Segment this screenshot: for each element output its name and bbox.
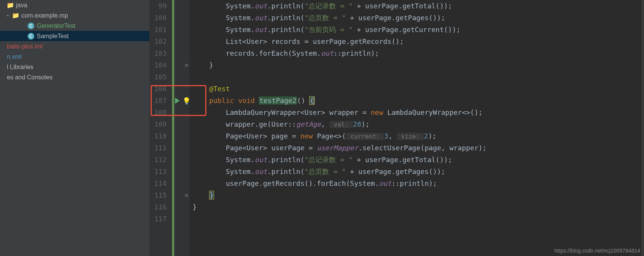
code-line[interactable]: List<User> records = userPage.getRecords… <box>193 35 644 47</box>
line-number[interactable]: 115 <box>150 189 172 201</box>
watermark: https://blog.csdn.net/vcj1009784814 <box>555 248 640 254</box>
code-token: () <box>297 97 310 105</box>
line-number[interactable]: 107 <box>150 95 172 106</box>
code-line[interactable]: System.out.println("总记录数 = " + userPage.… <box>193 0 644 12</box>
line-number-gutter: 9910010110210310410510610710810911011111… <box>150 0 172 256</box>
code-token: .selectUserPage(page, wrapper); <box>358 144 487 152</box>
fold-toggle-icon[interactable]: ⊟ <box>183 189 190 201</box>
code-token: + userPage.getPages()); <box>346 14 445 22</box>
code-token: "总页数 = " <box>305 167 346 175</box>
code-line[interactable]: System.out.println("当前页码 = " + userPage.… <box>193 24 644 35</box>
code-line[interactable]: System.out.println("总记录数 = " + userPage.… <box>193 154 644 166</box>
code-token: wrapper.ge(User <box>193 120 288 128</box>
tree-item-label: batis-plus.iml <box>7 43 42 50</box>
run-gutter[interactable] <box>172 0 183 256</box>
line-number[interactable]: 108 <box>150 106 172 118</box>
line-number[interactable]: 100 <box>150 12 172 24</box>
code-line[interactable]: System.out.println("总页数 = " + userPage.g… <box>193 166 644 177</box>
code-line[interactable]: Page<User> userPage = userMapper.selectU… <box>193 142 644 154</box>
code-token: testPage2 <box>259 97 297 105</box>
code-line[interactable]: } <box>193 59 644 71</box>
line-number[interactable]: 104 <box>150 59 172 71</box>
line-number[interactable]: 105 <box>150 71 172 83</box>
line-number[interactable]: 113 <box>150 166 172 177</box>
tree-item-l-libraries[interactable]: l Libraries <box>0 62 149 72</box>
code-token: new <box>300 132 317 140</box>
intention-bulb-icon[interactable]: 💡 <box>183 98 190 104</box>
line-number[interactable]: 109 <box>150 118 172 130</box>
code-token: System. <box>193 26 255 34</box>
tree-item-label: SampleTest <box>37 33 69 40</box>
code-line[interactable]: public void testPage2() { <box>193 95 644 106</box>
code-token: .println( <box>267 26 305 34</box>
code-token: LambdaQueryWrapper<User> wrapper = <box>193 108 371 116</box>
tree-item-generatortest[interactable]: CGeneratorTest <box>0 21 149 31</box>
code-token: out <box>255 14 268 22</box>
code-token: getAge <box>296 120 321 128</box>
line-number[interactable]: 112 <box>150 154 172 166</box>
code-token: 28 <box>353 120 361 128</box>
line-number[interactable]: 103 <box>150 47 172 59</box>
code-token: "总页数 = " <box>305 14 346 22</box>
line-number[interactable]: 99 <box>150 0 172 12</box>
line-number[interactable]: 116 <box>150 201 172 213</box>
code-token: ); <box>429 179 437 187</box>
code-line[interactable] <box>193 71 644 83</box>
line-number[interactable]: 114 <box>150 177 172 189</box>
code-token: + userPage.getPages()); <box>346 167 445 175</box>
code-line[interactable] <box>193 213 644 225</box>
tree-item-com-example-mp[interactable]: ▾📁com.example.mp <box>0 10 149 21</box>
line-number[interactable]: 110 <box>150 130 172 142</box>
tree-item-java[interactable]: 📁java <box>0 0 149 10</box>
code-token: .println( <box>267 2 305 10</box>
tree-item-n-xml[interactable]: n.xml <box>0 52 149 62</box>
code-line[interactable]: } <box>193 201 644 213</box>
code-token <box>314 97 315 105</box>
code-token: .println( <box>267 156 305 164</box>
code-token: val: <box>329 121 353 128</box>
line-number[interactable]: 117 <box>150 213 172 225</box>
line-number[interactable]: 111 <box>150 142 172 154</box>
line-number[interactable]: 106 <box>150 83 172 95</box>
fold-gutter[interactable]: ⊟⊟⊟💡 <box>183 0 190 256</box>
tree-item-es-and-consoles[interactable]: es and Consoles <box>0 72 149 82</box>
fold-toggle-icon[interactable]: ⊟ <box>183 59 190 71</box>
code-line[interactable]: LambdaQueryWrapper<User> wrapper = new L… <box>193 106 644 118</box>
code-token: Page<User> userPage = <box>193 144 317 152</box>
code-token: , <box>321 120 329 128</box>
code-line[interactable]: userPage.getRecords().forEach(System.out… <box>193 177 644 189</box>
project-tree[interactable]: 📁java▾📁com.example.mpCGeneratorTestCSamp… <box>0 0 150 256</box>
code-token: println <box>342 49 371 57</box>
code-token: :: <box>391 179 400 187</box>
code-token: .println( <box>267 14 305 22</box>
class-icon: C <box>28 33 34 40</box>
code-editor[interactable]: 9910010110210310410510610710810911011111… <box>150 0 644 256</box>
code-area[interactable]: System.out.println("总记录数 = " + userPage.… <box>190 0 644 256</box>
code-line[interactable]: wrapper.ge(User::getAge, val: 28); <box>193 118 644 130</box>
tree-item-sampletest[interactable]: CSampleTest <box>0 31 149 41</box>
line-number[interactable]: 102 <box>150 35 172 47</box>
code-token: { <box>309 96 314 105</box>
code-line[interactable]: } <box>193 189 644 201</box>
code-line[interactable]: records.forEach(System.out::println); <box>193 47 644 59</box>
line-number[interactable]: 101 <box>150 24 172 35</box>
folder-icon: 📁 <box>12 12 19 19</box>
code-token: userPage.getRecords().forEach(System. <box>193 179 379 187</box>
code-token: @Test <box>209 85 230 93</box>
code-token: out <box>255 26 268 34</box>
code-token: size: <box>397 133 424 140</box>
scrollbar[interactable] <box>641 0 644 256</box>
code-token: System. <box>193 167 255 175</box>
code-line[interactable]: System.out.println("总页数 = " + userPage.g… <box>193 12 644 24</box>
tree-item-label: GeneratorTest <box>37 23 75 29</box>
code-token: :: <box>288 120 296 128</box>
expand-arrow-icon[interactable]: ▾ <box>7 13 12 18</box>
code-line[interactable]: @Test <box>193 83 644 95</box>
code-line[interactable]: Page<User> page = new Page<>( current: 3… <box>193 130 644 142</box>
code-token: System. <box>193 156 255 164</box>
code-token: "总记录数 = " <box>305 2 353 10</box>
code-token: , <box>388 132 397 140</box>
run-test-icon[interactable] <box>175 98 180 104</box>
tree-item-batis-plus-iml[interactable]: batis-plus.iml <box>0 41 149 52</box>
code-token: out <box>255 167 268 175</box>
